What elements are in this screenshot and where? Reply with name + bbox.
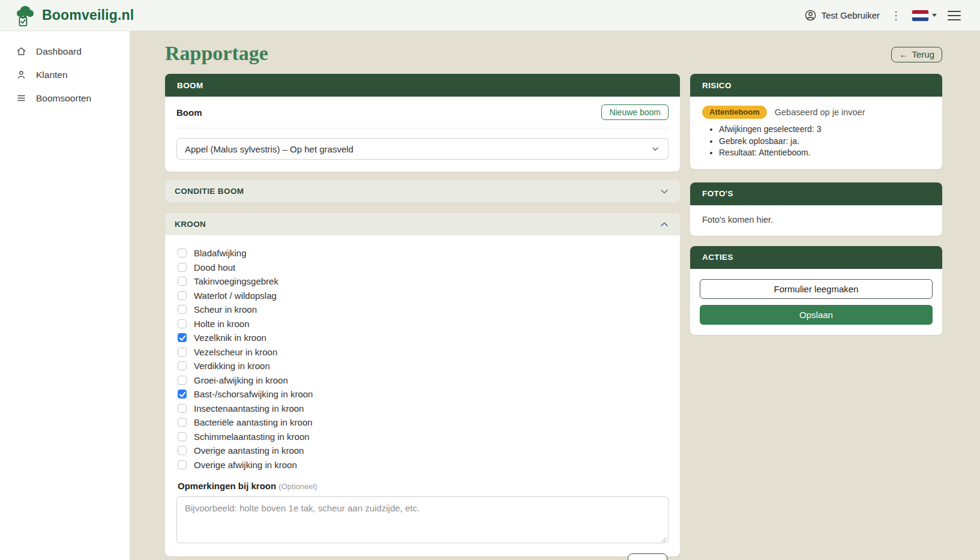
hamburger-menu-icon[interactable] bbox=[946, 8, 962, 23]
checkbox[interactable] bbox=[178, 361, 187, 370]
user-circle-icon bbox=[804, 9, 817, 22]
chevron-down-icon bbox=[651, 144, 660, 154]
checkbox-row-vezelscheur[interactable]: Vezelscheur in kroon bbox=[176, 345, 669, 360]
person-icon bbox=[16, 69, 27, 80]
checkbox[interactable] bbox=[178, 404, 187, 413]
brand-name: Boomveilig.nl bbox=[42, 7, 134, 23]
checkbox-row-groei-afwijking[interactable]: Groei-afwijking in kroon bbox=[176, 373, 669, 388]
save-button[interactable]: Opslaan bbox=[700, 305, 933, 325]
brand-logo[interactable]: Boomveilig.nl bbox=[13, 4, 134, 28]
risk-badge: Attentieboom bbox=[702, 106, 767, 119]
user-name: Test Gebruiker bbox=[821, 10, 880, 20]
checkbox[interactable] bbox=[178, 390, 187, 399]
sidebar-item-boomsoorten[interactable]: Boomsoorten bbox=[0, 86, 130, 110]
acties-card: ACTIES Formulier leegmaken Opslaan bbox=[690, 246, 942, 335]
checkbox[interactable] bbox=[178, 446, 187, 455]
list-icon bbox=[16, 92, 27, 104]
kroon-card: KROON Bladafwijking bbox=[165, 213, 680, 556]
optional-hint: (Optioneel) bbox=[278, 482, 317, 491]
risico-card-header: RISICO bbox=[690, 74, 942, 97]
topbar: Boomveilig.nl Test Gebruiker ⋮ bbox=[0, 0, 980, 31]
chevron-up-icon bbox=[658, 218, 670, 230]
checkbox-row-verdikking[interactable]: Verdikking in kroon bbox=[176, 359, 669, 373]
nieuwe-boom-button[interactable]: Nieuwe boom bbox=[601, 104, 669, 120]
checkbox-row-overige-aantasting[interactable]: Overige aantasting in kroon bbox=[176, 444, 669, 458]
clear-form-button[interactable]: Formulier leegmaken bbox=[700, 279, 933, 299]
checkbox[interactable] bbox=[178, 248, 187, 257]
risk-bullet: Gebrek oplosbaar: ja. bbox=[719, 136, 930, 148]
checkbox[interactable] bbox=[178, 418, 187, 427]
fotos-empty-text: Foto's komen hier. bbox=[690, 205, 942, 236]
checkbox-row-takinvoegingsgebrek[interactable]: Takinvoegingsgebrek bbox=[176, 274, 669, 289]
main-content: Rapportage ← Terug BOOM Boom Nieuwe boom bbox=[130, 31, 980, 560]
checkbox-row-bast-schorsafwijking[interactable]: Bast-/schorsafwijking in kroon bbox=[176, 387, 669, 402]
kebab-menu-icon[interactable]: ⋮ bbox=[889, 10, 903, 21]
netherlands-flag-icon bbox=[912, 10, 928, 21]
checkbox-row-dood-hout[interactable]: Dood hout bbox=[176, 260, 669, 275]
fotos-card-header: FOTO'S bbox=[690, 182, 942, 205]
tree-logo-icon bbox=[13, 4, 37, 28]
checkbox[interactable] bbox=[178, 291, 187, 300]
back-button[interactable]: ← Terug bbox=[891, 47, 942, 62]
boom-select-value: Appel (Malus sylvestris) – Op het grasve… bbox=[185, 144, 353, 154]
boom-field-label: Boom bbox=[176, 107, 202, 118]
risk-bullet: Resultaat: Attentieboom. bbox=[719, 147, 930, 159]
partially-visible-bottom-button[interactable] bbox=[628, 553, 667, 560]
checkbox[interactable] bbox=[178, 305, 187, 314]
language-selector[interactable] bbox=[912, 10, 937, 21]
user-menu[interactable]: Test Gebruiker bbox=[804, 9, 880, 22]
checkbox[interactable] bbox=[178, 376, 187, 385]
sidebar: Dashboard Klanten Boomsoorten bbox=[0, 31, 130, 560]
conditie-boom-accordion[interactable]: CONDITIE BOOM bbox=[165, 180, 680, 202]
acties-card-header: ACTIES bbox=[690, 246, 942, 269]
boom-card-header: BOOM bbox=[165, 74, 680, 97]
kroon-title: KROON bbox=[175, 220, 206, 229]
checkbox-row-bladafwijking[interactable]: Bladafwijking bbox=[176, 246, 669, 260]
checkbox-row-vezelknik[interactable]: Vezelknik in kroon bbox=[176, 331, 669, 345]
fotos-card: FOTO'S Foto's komen hier. bbox=[690, 182, 942, 236]
checkbox[interactable] bbox=[178, 263, 187, 272]
home-icon bbox=[16, 46, 27, 57]
checkbox[interactable] bbox=[178, 460, 187, 469]
caret-down-icon bbox=[932, 14, 937, 17]
boom-select[interactable]: Appel (Malus sylvestris) – Op het grasve… bbox=[176, 138, 669, 160]
conditie-boom-title: CONDITIE BOOM bbox=[175, 187, 244, 196]
remarks-textarea[interactable] bbox=[176, 496, 669, 543]
checkbox[interactable] bbox=[178, 319, 187, 328]
checkbox[interactable] bbox=[178, 432, 187, 441]
risk-subtitle: Gebaseerd op je invoer bbox=[775, 107, 865, 117]
risk-bullet: Afwijkingen geselecteerd: 3 bbox=[719, 124, 930, 136]
page-title: Rapportage bbox=[165, 42, 268, 65]
sidebar-item-dashboard[interactable]: Dashboard bbox=[0, 40, 130, 63]
risico-card: RISICO Attentieboom Gebaseerd op je invo… bbox=[690, 74, 942, 169]
sidebar-item-label: Klanten bbox=[36, 70, 68, 80]
sidebar-item-label: Dashboard bbox=[36, 46, 82, 57]
checkbox-row-holte-in-kroon[interactable]: Holte in kroon bbox=[176, 317, 669, 331]
kroon-accordion[interactable]: KROON bbox=[165, 213, 680, 235]
checkbox-row-overige-afwijking[interactable]: Overige afwijking in kroon bbox=[176, 458, 669, 472]
checkbox-row-waterlot[interactable]: Waterlot / wildopslag bbox=[176, 289, 669, 303]
sidebar-item-label: Boomsoorten bbox=[36, 93, 91, 104]
checkbox[interactable] bbox=[178, 333, 187, 342]
checkbox[interactable] bbox=[178, 277, 187, 286]
checkbox-row-bacteriele-aantasting[interactable]: Bacteriële aantasting in kroon bbox=[176, 415, 669, 430]
chevron-down-icon bbox=[658, 185, 670, 197]
back-arrow-icon: ← bbox=[899, 49, 908, 59]
risk-bullet-list: Afwijkingen geselecteerd: 3 Gebrek oplos… bbox=[702, 124, 930, 159]
checkbox-row-schimmelaantasting[interactable]: Schimmelaantasting in kroon bbox=[176, 430, 669, 444]
sidebar-item-klanten[interactable]: Klanten bbox=[0, 63, 130, 86]
checkbox-row-scheur-in-kroon[interactable]: Scheur in kroon bbox=[176, 303, 669, 317]
checkbox-row-insectenaantasting[interactable]: Insectenaantasting in kroon bbox=[176, 402, 669, 416]
boom-card: BOOM Boom Nieuwe boom Appel (Malus sylve… bbox=[165, 74, 680, 172]
checkbox[interactable] bbox=[178, 348, 187, 357]
remarks-label: Opmerkingen bij kroon (Optioneel) bbox=[178, 481, 669, 491]
